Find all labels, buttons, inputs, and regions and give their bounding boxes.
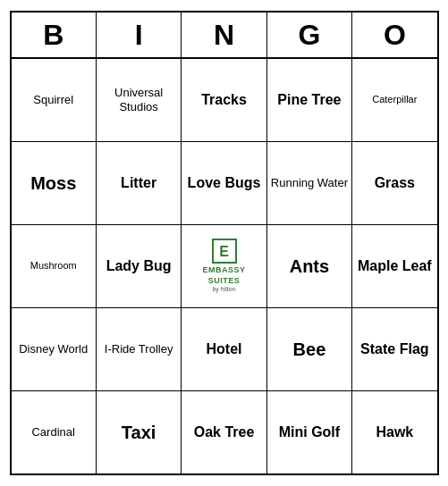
cell-text: Caterpillar <box>372 94 417 105</box>
bingo-cell: Cardinal <box>12 391 97 473</box>
cell-text: Pine Tree <box>277 91 341 108</box>
bingo-cell: E EMBASSYSUITES by hilton <box>182 225 266 307</box>
cell-text: Moss <box>30 172 76 194</box>
cell-text: Taxi <box>122 422 156 443</box>
cell-text: Tracks <box>201 91 247 108</box>
bingo-cell: Mini Golf <box>267 391 352 473</box>
cell-text: I-Ride Trolley <box>105 342 173 356</box>
bingo-cell: Running Water <box>267 142 352 224</box>
bingo-cell: Grass <box>352 142 436 224</box>
header-letter-b: B <box>12 13 97 57</box>
cell-text: Lady Bug <box>106 257 172 274</box>
bingo-cell: Mushroom <box>12 225 97 307</box>
bingo-cell: Lady Bug <box>97 225 182 307</box>
header-letter-n: N <box>182 13 266 57</box>
bingo-header: BINGO <box>12 13 437 59</box>
embassy-suites-logo: E EMBASSYSUITES by hilton <box>203 239 246 294</box>
cell-text: Litter <box>121 174 156 191</box>
cell-text: State Flag <box>360 340 428 357</box>
cell-text: Universal Studios <box>100 86 177 113</box>
bingo-cell: Litter <box>97 142 182 224</box>
bingo-row: CardinalTaxiOak TreeMini GolfHawk <box>12 391 437 473</box>
cell-text: Running Water <box>271 176 348 190</box>
bingo-cell: Oak Tree <box>182 391 266 473</box>
cell-text: Squirrel <box>33 93 73 107</box>
embassy-sub: by hilton <box>212 286 235 293</box>
bingo-grid: SquirrelUniversal StudiosTracksPine Tree… <box>12 59 437 473</box>
bingo-cell: Hawk <box>352 391 436 473</box>
bingo-cell: Pine Tree <box>267 59 352 141</box>
bingo-cell: Moss <box>12 142 97 224</box>
cell-text: Mushroom <box>30 260 77 272</box>
bingo-cell: Bee <box>267 308 352 390</box>
cell-text: Hawk <box>376 423 413 440</box>
bingo-cell: State Flag <box>352 308 436 390</box>
cell-text: Mini Golf <box>279 423 340 440</box>
cell-text: Grass <box>375 174 415 191</box>
bingo-cell: Taxi <box>97 391 182 473</box>
bingo-cell: I-Ride Trolley <box>97 308 182 390</box>
cell-text: Disney World <box>19 342 88 356</box>
cell-text: Love Bugs <box>188 174 261 191</box>
bingo-cell: Caterpillar <box>352 59 436 141</box>
cell-text: Bee <box>293 339 326 360</box>
bingo-card: BINGO SquirrelUniversal StudiosTracksPin… <box>10 11 439 475</box>
cell-text: Maple Leaf <box>358 257 432 274</box>
bingo-cell: Love Bugs <box>182 142 266 224</box>
cell-text: Cardinal <box>31 425 74 440</box>
cell-text: Ants <box>290 256 329 277</box>
header-letter-i: I <box>97 13 182 57</box>
embassy-name: EMBASSYSUITES <box>203 265 246 286</box>
bingo-row: MossLitterLove BugsRunning WaterGrass <box>12 142 437 225</box>
bingo-cell: Disney World <box>12 308 97 390</box>
bingo-row: MushroomLady Bug E EMBASSYSUITES by hilt… <box>12 225 437 308</box>
cell-text: Oak Tree <box>194 423 255 440</box>
bingo-row: SquirrelUniversal StudiosTracksPine Tree… <box>12 59 437 142</box>
bingo-row: Disney WorldI-Ride TrolleyHotelBeeState … <box>12 308 437 391</box>
bingo-cell: Maple Leaf <box>352 225 436 307</box>
header-letter-o: O <box>352 13 436 57</box>
cell-text: Hotel <box>207 340 242 357</box>
bingo-cell: Ants <box>267 225 352 307</box>
bingo-cell: Squirrel <box>12 59 97 141</box>
bingo-cell: Universal Studios <box>97 59 182 141</box>
embassy-icon: E <box>212 239 237 264</box>
bingo-cell: Hotel <box>182 308 266 390</box>
bingo-cell: Tracks <box>182 59 266 141</box>
header-letter-g: G <box>267 13 352 57</box>
